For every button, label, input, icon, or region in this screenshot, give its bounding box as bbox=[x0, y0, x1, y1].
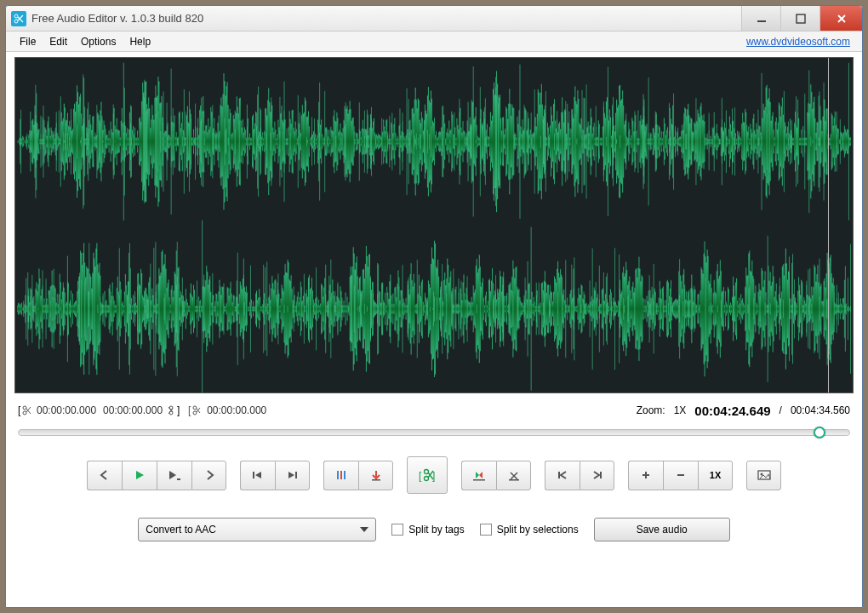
output-bar: Convert to AAC Split by tags Split by se… bbox=[6, 506, 862, 559]
svg-point-5 bbox=[23, 406, 26, 410]
arrow-right-icon bbox=[203, 469, 215, 481]
marker-down-button[interactable] bbox=[358, 461, 393, 490]
selection-start-time: 00:00:00.000 bbox=[37, 404, 96, 416]
svg-rect-15 bbox=[295, 472, 297, 478]
svg-rect-19 bbox=[372, 479, 380, 481]
menu-options[interactable]: Options bbox=[74, 33, 123, 50]
svg-rect-25 bbox=[509, 479, 519, 481]
delete-button[interactable] bbox=[496, 461, 531, 490]
delete-icon bbox=[507, 469, 521, 481]
svg-rect-13 bbox=[177, 478, 180, 480]
svg-rect-3 bbox=[797, 14, 805, 23]
svg-text:[: [ bbox=[419, 470, 422, 482]
svg-rect-27 bbox=[600, 472, 602, 478]
zoom-level: 1X bbox=[674, 404, 687, 416]
next-button[interactable] bbox=[191, 461, 226, 490]
skip-forward-icon bbox=[286, 469, 300, 481]
website-link[interactable]: www.dvdvideosoft.com bbox=[746, 36, 855, 48]
app-icon bbox=[11, 11, 26, 26]
svg-rect-2 bbox=[757, 20, 766, 22]
svg-text:]: ] bbox=[177, 404, 180, 416]
main-toolbar: [] 1X bbox=[6, 448, 862, 506]
svg-rect-18 bbox=[344, 471, 345, 479]
window-title: Free Audio Editor v. 1.0.3 build 820 bbox=[31, 12, 741, 25]
zoom-in-button[interactable] bbox=[628, 461, 663, 490]
cut-time: 00:00:00.000 bbox=[207, 404, 266, 416]
svg-text:[: [ bbox=[18, 404, 21, 416]
cut-selection-button[interactable]: [] bbox=[407, 456, 448, 494]
svg-point-1 bbox=[14, 20, 18, 23]
checkbox-box bbox=[391, 524, 403, 536]
total-time: 00:04:34.560 bbox=[791, 404, 850, 416]
selection-end-time: 00:00:00.000 bbox=[103, 404, 163, 416]
menu-help[interactable]: Help bbox=[123, 33, 157, 50]
app-window: Free Audio Editor v. 1.0.3 build 820 Fil… bbox=[5, 5, 863, 608]
info-bar: [ 00:00:00.000 00:00:00.000 ] [ 00:00:00… bbox=[6, 393, 862, 422]
minimize-button[interactable] bbox=[741, 6, 780, 31]
go-start-icon bbox=[557, 469, 568, 481]
play-icon bbox=[134, 469, 146, 481]
scissors-green-icon: [] bbox=[418, 467, 437, 484]
markers-icon bbox=[334, 469, 348, 481]
skip-back-button[interactable] bbox=[240, 461, 275, 490]
scissors-cut-icon: [ bbox=[188, 404, 202, 417]
previous-button[interactable] bbox=[87, 461, 122, 490]
window-controls bbox=[741, 6, 862, 31]
slider-thumb[interactable] bbox=[814, 427, 825, 438]
scissors-bracket-close-icon: ] bbox=[168, 404, 181, 417]
arrow-left-icon bbox=[99, 469, 111, 481]
scissors-bracket-open-icon: [ bbox=[18, 404, 31, 417]
svg-text:[: [ bbox=[188, 404, 191, 416]
markers-button[interactable] bbox=[323, 461, 358, 490]
zoom-reset-button[interactable]: 1X bbox=[698, 461, 733, 490]
split-by-selections-checkbox[interactable]: Split by selections bbox=[480, 524, 579, 536]
go-end-button[interactable] bbox=[580, 461, 614, 490]
waveform-display[interactable] bbox=[14, 57, 854, 393]
svg-point-0 bbox=[14, 14, 18, 18]
zoom-label: Zoom: bbox=[637, 404, 665, 416]
selection-end: 00:00:00.000 ] bbox=[103, 404, 181, 417]
cut-position: [ 00:00:00.000 bbox=[188, 404, 266, 417]
chevron-down-icon bbox=[360, 527, 368, 532]
zoom-out-button[interactable] bbox=[663, 461, 698, 490]
play-selection-button[interactable] bbox=[157, 461, 191, 490]
time-separator: / bbox=[779, 404, 782, 416]
position-slider[interactable] bbox=[6, 422, 862, 448]
arrow-down-red-icon bbox=[370, 469, 382, 481]
menu-file[interactable]: File bbox=[13, 33, 43, 50]
format-select-value: Convert to AAC bbox=[146, 524, 216, 536]
current-time: 00:04:24.649 bbox=[694, 404, 770, 418]
plus-icon bbox=[640, 469, 652, 481]
svg-point-12 bbox=[193, 411, 197, 415]
checkbox-box bbox=[480, 524, 492, 536]
menu-edit[interactable]: Edit bbox=[43, 33, 74, 50]
go-end-icon bbox=[591, 469, 603, 481]
playhead[interactable] bbox=[828, 58, 829, 392]
titlebar[interactable]: Free Audio Editor v. 1.0.3 build 820 bbox=[6, 6, 862, 32]
play-to-end-icon bbox=[168, 469, 181, 481]
play-button[interactable] bbox=[122, 461, 157, 490]
screenshot-button[interactable] bbox=[746, 461, 781, 490]
import-icon bbox=[471, 469, 487, 481]
close-button[interactable] bbox=[819, 6, 862, 31]
split-by-selections-label: Split by selections bbox=[497, 524, 579, 536]
svg-rect-14 bbox=[253, 472, 254, 478]
split-by-tags-label: Split by tags bbox=[408, 524, 464, 536]
format-select[interactable]: Convert to AAC bbox=[138, 518, 376, 541]
maximize-button[interactable] bbox=[780, 6, 819, 31]
save-audio-button[interactable]: Save audio bbox=[594, 518, 730, 541]
svg-rect-17 bbox=[340, 471, 342, 479]
split-by-tags-checkbox[interactable]: Split by tags bbox=[391, 524, 464, 536]
import-button[interactable] bbox=[461, 461, 496, 490]
minus-icon bbox=[675, 469, 687, 481]
svg-rect-16 bbox=[337, 471, 339, 479]
svg-point-11 bbox=[193, 406, 197, 410]
svg-point-6 bbox=[23, 411, 26, 415]
go-start-button[interactable] bbox=[545, 461, 580, 490]
skip-forward-button[interactable] bbox=[275, 461, 310, 490]
selection-start: [ 00:00:00.000 bbox=[18, 404, 96, 417]
svg-text:]: ] bbox=[432, 470, 435, 482]
menubar: File Edit Options Help www.dvdvideosoft.… bbox=[6, 32, 862, 52]
zoom-reset-label: 1X bbox=[710, 470, 721, 480]
image-icon bbox=[757, 469, 771, 481]
